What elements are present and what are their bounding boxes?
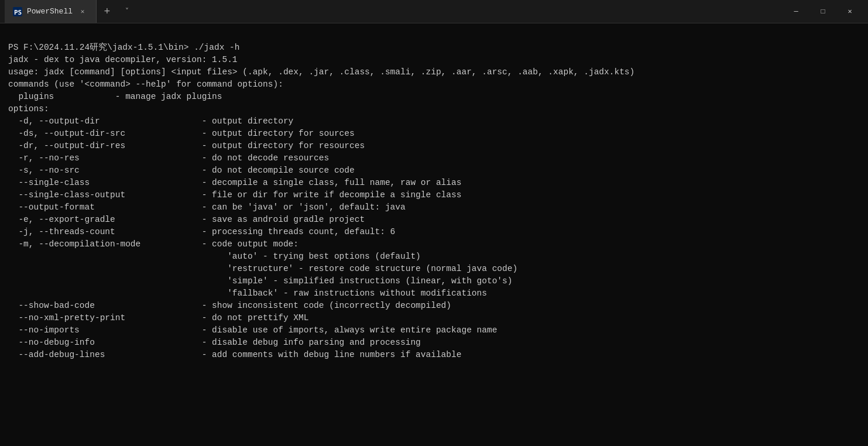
terminal-line: commands (use '<command> --help' for com… (8, 78, 860, 91)
terminal-line: -d, --output-dir - output directory (8, 115, 860, 128)
prompt-line: PS F:\2024.11.24研究\jadx-1.5.1\bin> ./jad… (8, 43, 239, 52)
terminal-line: --add-debug-lines - add comments with de… (8, 349, 860, 361)
window-close-button[interactable]: ✕ (836, 0, 863, 23)
tab-close-button[interactable]: ✕ (77, 6, 88, 17)
flag-text: -h (229, 43, 239, 52)
terminal-line: -j, --threads-count - processing threads… (8, 226, 860, 238)
output-lines: jadx - dex to java decompiler, version: … (8, 54, 860, 361)
terminal-line: --no-debug-info - disable debug info par… (8, 337, 860, 349)
tab-dropdown-button[interactable]: ˅ (118, 0, 136, 23)
terminal-line: --no-imports - disable use of imports, a… (8, 324, 860, 337)
terminal-line: 'auto' - trying best options (default) (8, 251, 860, 263)
terminal-line: -s, --no-src - do not decompile source c… (8, 164, 860, 177)
terminal-line: --show-bad-code - show inconsistent code… (8, 300, 860, 312)
minimize-button[interactable]: ─ (783, 0, 809, 23)
terminal-line: 'simple' - simplified instructions (line… (8, 275, 860, 287)
terminal-line: -e, --export-gradle - save as android gr… (8, 214, 860, 226)
prompt-text: PS F:\2024.11.24研究\jadx-1.5.1\bin> (8, 43, 194, 52)
terminal-line: jadx - dex to java decompiler, version: … (8, 54, 860, 66)
svg-text:PS: PS (14, 9, 22, 16)
terminal-content[interactable]: PS F:\2024.11.24研究\jadx-1.5.1\bin> ./jad… (0, 23, 868, 446)
powershell-icon: PS (13, 7, 22, 16)
terminal-line: -ds, --output-dir-src - output directory… (8, 128, 860, 140)
terminal-line: plugins - manage jadx plugins (8, 91, 860, 103)
terminal-line: --output-format - can be 'java' or 'json… (8, 201, 860, 214)
window-controls: ─ □ ✕ (783, 0, 863, 23)
terminal-line: -r, --no-res - do not decode resources (8, 152, 860, 164)
terminal-line: --single-class-output - file or dir for … (8, 189, 860, 201)
tab-label: PowerShell (27, 7, 73, 16)
terminal-line: options: (8, 103, 860, 115)
terminal-line: --no-xml-pretty-print - do not prettify … (8, 312, 860, 324)
terminal-line: -dr, --output-dir-res - output directory… (8, 140, 860, 152)
terminal-line: 'restructure' - restore code structure (… (8, 263, 860, 275)
terminal-line: --single-class - decompile a single clas… (8, 177, 860, 189)
terminal-line: usage: jadx [command] [options] <input f… (8, 66, 860, 78)
terminal-line: 'fallback' - raw instructions without mo… (8, 287, 860, 300)
terminal-line: -m, --decompilation-mode - code output m… (8, 238, 860, 251)
active-tab[interactable]: PS PowerShell ✕ (5, 0, 97, 23)
title-bar: PS PowerShell ✕ + ˅ ─ □ ✕ (0, 0, 868, 23)
tab-area: PS PowerShell ✕ + ˅ (5, 0, 783, 23)
maximize-button[interactable]: □ (809, 0, 836, 23)
command-text: ./jadx (194, 43, 224, 52)
new-tab-button[interactable]: + (97, 0, 118, 23)
